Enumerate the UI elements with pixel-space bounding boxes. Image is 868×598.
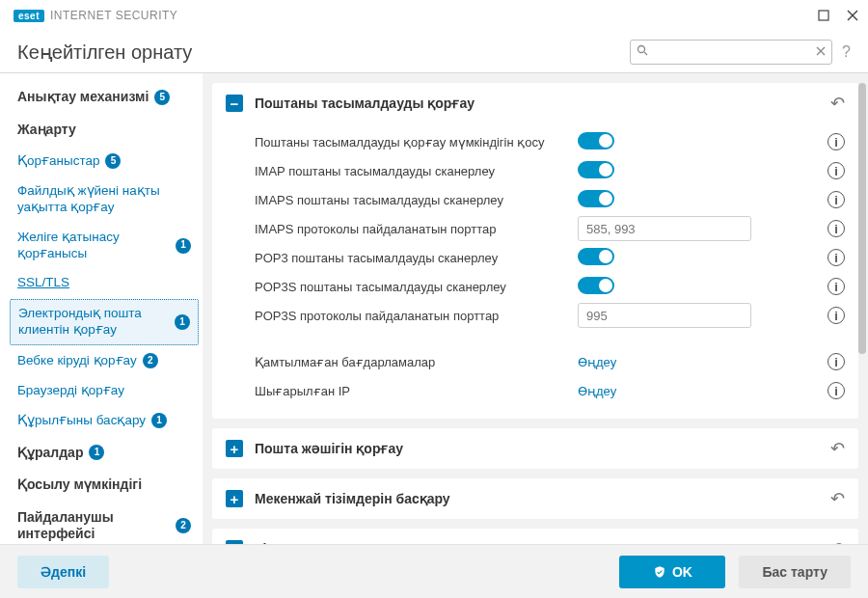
info-icon[interactable]: i: [827, 220, 845, 237]
sidebar-item-label: Браузерді қорғау: [17, 383, 124, 399]
info-icon[interactable]: i: [827, 307, 845, 324]
input-imaps-ports[interactable]: [578, 216, 751, 241]
svg-rect-0: [819, 11, 828, 20]
setting-label: Поштаны тасымалдауды қорғау мүмкіндігін …: [255, 135, 578, 150]
sidebar-item-protections[interactable]: Қорғаныстар 5: [10, 148, 199, 176]
panel-address-lists: + Мекенжай тізімдерін басқару ↶: [212, 478, 858, 519]
badge: 1: [175, 314, 190, 330]
sidebar-item-tools[interactable]: Құралдар 1: [10, 439, 199, 468]
toggle-imap-scan[interactable]: [578, 161, 614, 178]
sidebar-item-email-client[interactable]: Электрондық пошта клиентін қорғау 1: [10, 299, 199, 345]
close-icon[interactable]: [845, 8, 860, 23]
sidebar-item-detection[interactable]: Анықтау механизмі 5: [10, 83, 199, 112]
setting-row: Қамтылмаған бағдарламалар Өңдеу i: [255, 347, 845, 376]
badge: 5: [105, 153, 121, 169]
sidebar-item-ssl-tls[interactable]: SSL/TLS: [10, 269, 199, 297]
sidebar-item-network-access[interactable]: Желіге қатынасу қорғанысы 1: [10, 224, 199, 268]
expand-icon[interactable]: +: [226, 490, 243, 507]
panel-threatsense: + ThreatSense ↶: [212, 529, 858, 544]
sidebar-item-label: Пайдаланушы интерфейсі: [17, 509, 170, 543]
panel-title: Поштаны тасымалдауды қорғау: [255, 95, 819, 111]
search-box[interactable]: [630, 40, 832, 65]
toggle-imaps-scan[interactable]: [578, 190, 614, 207]
content-area: − Поштаны тасымалдауды қорғау ↶ Поштаны …: [203, 73, 868, 544]
setting-row: POP3 поштаны тасымалдауды сканерлеу i: [255, 243, 845, 272]
sidebar-item-label: Файлдық жүйені нақты уақытта қорғау: [17, 183, 191, 216]
info-icon[interactable]: i: [827, 249, 845, 266]
default-button[interactable]: Әдепкі: [17, 556, 109, 588]
clear-search-icon[interactable]: [816, 44, 826, 59]
setting-row: IMAPS поштаны тасымалдауды сканерлеу i: [255, 185, 845, 214]
collapse-icon[interactable]: −: [226, 95, 243, 112]
setting-row: IMAPS протоколы пайдаланатын порттар i: [255, 214, 845, 243]
info-icon[interactable]: i: [827, 191, 845, 208]
info-icon[interactable]: i: [827, 133, 845, 150]
panel-header[interactable]: + ThreatSense ↶: [212, 529, 858, 544]
scrollbar[interactable]: [858, 83, 866, 534]
sidebar: Анықтау механизмі 5 Жаңарту Қорғаныстар …: [0, 73, 203, 544]
setting-label: POP3 поштаны тасымалдауды сканерлеу: [255, 251, 578, 265]
maximize-icon[interactable]: [816, 8, 831, 23]
body: Анықтау механизмі 5 Жаңарту Қорғаныстар …: [0, 73, 868, 544]
svg-point-3: [638, 46, 645, 53]
search-input[interactable]: [648, 45, 816, 59]
link-excluded-apps[interactable]: Өңдеу: [578, 355, 616, 369]
sidebar-item-ui[interactable]: Пайдаланушы интерфейсі 2: [10, 503, 199, 544]
sidebar-item-label: Қосылу мүмкіндігі: [17, 476, 142, 494]
sidebar-item-update[interactable]: Жаңарту: [10, 116, 199, 145]
setting-row: IMAP поштаны тасымалдауды сканерлеу i: [255, 156, 845, 185]
ok-label: OK: [672, 564, 692, 580]
sidebar-item-label: Электрондық пошта клиентін қорғау: [18, 306, 169, 339]
panel-header[interactable]: − Поштаны тасымалдауды қорғау ↶: [212, 83, 858, 123]
setting-label: IMAPS протоколы пайдаланатын порттар: [255, 222, 578, 236]
brand-logo: eset: [14, 10, 44, 22]
badge: 1: [151, 413, 167, 428]
toggle-enable-mail-protection[interactable]: [578, 132, 614, 150]
sidebar-item-realtime-fs[interactable]: Файлдық жүйені нақты уақытта қорғау: [10, 177, 199, 222]
svg-line-4: [644, 52, 647, 55]
setting-label: IMAP поштаны тасымалдауды сканерлеу: [255, 164, 578, 178]
setting-label: Қамтылмаған бағдарламалар: [255, 355, 578, 369]
ok-button[interactable]: OK: [619, 556, 725, 588]
badge: 5: [154, 90, 170, 105]
cancel-button[interactable]: Бас тарту: [739, 556, 851, 588]
toggle-pop3s-scan[interactable]: [578, 277, 614, 294]
sidebar-item-device-control[interactable]: Құрылғыны басқару 1: [10, 407, 199, 435]
revert-icon[interactable]: ↶: [830, 93, 845, 114]
info-icon[interactable]: i: [827, 382, 845, 399]
sidebar-item-label: Желіге қатынасу қорғанысы: [17, 230, 170, 262]
search-wrap: ?: [630, 40, 851, 65]
sidebar-item-web-access[interactable]: Вебке кіруді қорғау 2: [10, 347, 199, 375]
revert-icon[interactable]: ↶: [830, 438, 845, 459]
badge: 1: [89, 445, 104, 460]
panel-header[interactable]: + Пошта жәшігін қорғау ↶: [212, 428, 858, 469]
sidebar-item-browser[interactable]: Браузерді қорғау: [10, 377, 199, 405]
link-excluded-ip[interactable]: Өңдеу: [578, 384, 616, 398]
help-icon[interactable]: ?: [842, 43, 851, 61]
setting-label: POP3S протоколы пайдаланатын порттар: [255, 309, 578, 323]
sidebar-item-label: Құрылғыны басқару: [17, 413, 146, 429]
footer: Әдепкі OK Бас тарту: [0, 544, 868, 598]
brand: eset INTERNET SECURITY: [14, 9, 177, 22]
info-icon[interactable]: i: [827, 162, 845, 179]
setting-label: IMAPS поштаны тасымалдауды сканерлеу: [255, 193, 578, 207]
input-pop3s-ports[interactable]: [578, 303, 751, 328]
shield-icon: [653, 565, 666, 579]
sidebar-item-label: Құралдар: [17, 445, 83, 462]
toggle-pop3-scan[interactable]: [578, 248, 614, 265]
page-title: Кеңейтілген орнату: [17, 41, 192, 64]
panel-mailbox-protection: + Пошта жәшігін қорғау ↶: [212, 428, 858, 469]
setting-label: POP3S поштаны тасымалдауды сканерлеу: [255, 280, 578, 294]
revert-icon[interactable]: ↶: [830, 488, 845, 509]
info-icon[interactable]: i: [827, 278, 845, 295]
panel-body: Поштаны тасымалдауды қорғау мүмкіндігін …: [212, 123, 858, 419]
titlebar: eset INTERNET SECURITY: [0, 0, 868, 31]
panel-title: Мекенжай тізімдерін басқару: [255, 491, 819, 506]
badge: 1: [176, 238, 191, 254]
panel-header[interactable]: + Мекенжай тізімдерін басқару ↶: [212, 478, 858, 519]
scrollbar-thumb[interactable]: [858, 83, 866, 354]
sidebar-item-label: Анықтау механизмі: [17, 89, 149, 106]
info-icon[interactable]: i: [827, 353, 845, 370]
sidebar-item-connectivity[interactable]: Қосылу мүмкіндігі: [10, 471, 199, 500]
expand-icon[interactable]: +: [226, 440, 243, 457]
